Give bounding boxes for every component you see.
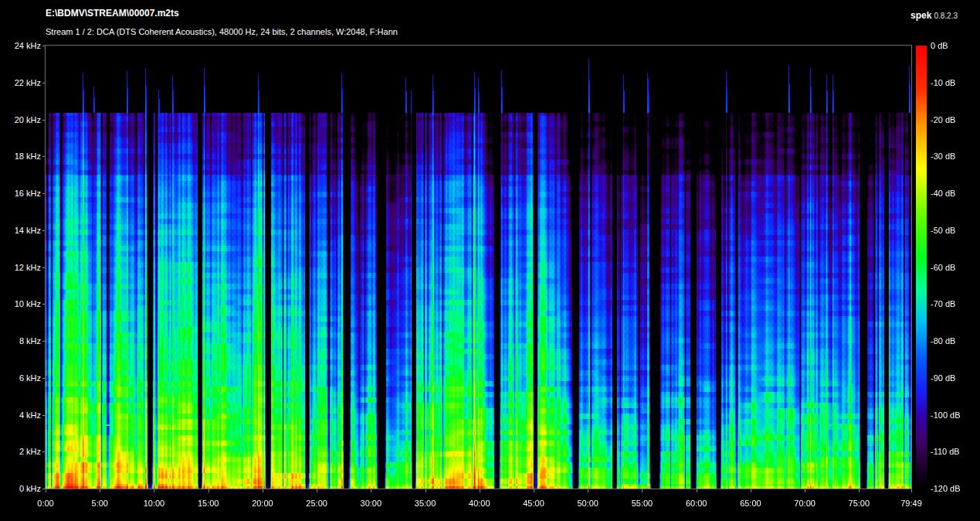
db-scale: 0 dB-10 dB-20 dB-30 dB-40 dB-50 dB-60 dB…	[931, 46, 977, 489]
axis-tick	[480, 489, 480, 492]
db-tick-label: -80 dB	[931, 336, 955, 346]
time-tick-label: 65:00	[740, 499, 761, 508]
freq-tick-label: 24 kHz	[15, 41, 41, 50]
axis-tick	[588, 489, 588, 492]
time-tick-label: 70:00	[794, 499, 816, 508]
time-tick-label: 50:00	[577, 499, 599, 508]
axis-tick	[697, 489, 697, 492]
db-tick-label: -110 dB	[931, 447, 960, 456]
time-tick-label: 75:00	[849, 499, 870, 508]
db-tick-label: -90 dB	[931, 373, 955, 383]
axis-tick	[371, 489, 371, 492]
axis-tick	[154, 489, 154, 492]
stream-info: Stream 1 / 2: DCA (DTS Coherent Acoustic…	[46, 27, 398, 36]
axis-tick	[46, 489, 46, 492]
db-tick-label: 0 dB	[931, 41, 948, 50]
file-path: E:\BDMV\STREAM\00007.m2ts	[46, 8, 179, 19]
freq-tick-label: 2 kHz	[19, 447, 41, 456]
axis-tick	[859, 489, 860, 492]
axis-tick	[263, 489, 263, 492]
spectrogram-plot	[46, 46, 911, 489]
db-tick-label: -120 dB	[931, 484, 961, 493]
time-tick-label: 15:00	[198, 499, 219, 508]
axis-tick	[426, 489, 426, 492]
axis-tick	[751, 489, 751, 492]
axis-tick	[317, 489, 317, 492]
time-axis: 0:005:0010:0015:0020:0025:0030:0035:0040…	[46, 499, 911, 509]
db-tick-label: -70 dB	[931, 299, 955, 308]
spek-window: E:\BDMV\STREAM\00007.m2ts spek0.8.2.3 St…	[0, 0, 980, 521]
freq-tick-label: 6 kHz	[19, 373, 41, 383]
time-tick-label: 5:00	[92, 499, 108, 508]
db-tick-label: -30 dB	[931, 152, 955, 161]
db-tick-label: -40 dB	[931, 189, 955, 198]
db-tick-label: -60 dB	[931, 263, 955, 272]
axis-tick	[805, 489, 805, 492]
axis-tick	[534, 489, 534, 492]
time-tick-label: 55:00	[632, 499, 653, 508]
freq-tick-label: 0 kHz	[19, 484, 41, 493]
time-tick-label: 35:00	[415, 499, 436, 508]
db-tick-label: -20 dB	[931, 115, 955, 124]
freq-tick-label: 14 kHz	[15, 226, 41, 235]
axis-tick	[100, 489, 100, 492]
axis-tick	[911, 489, 912, 492]
spectrogram-canvas	[46, 46, 911, 489]
time-ticks	[46, 489, 911, 493]
time-tick-label: 79:49	[900, 499, 922, 508]
time-tick-label: 0:00	[37, 499, 53, 508]
axis-tick	[209, 489, 209, 492]
freq-tick-label: 10 kHz	[15, 299, 41, 308]
freq-tick-label: 4 kHz	[19, 410, 41, 420]
freq-tick-label: 12 kHz	[15, 263, 41, 272]
time-tick-label: 25:00	[306, 499, 327, 508]
freq-tick-label: 16 kHz	[15, 189, 41, 198]
app-version: 0.8.2.3	[934, 12, 958, 20]
freq-tick-label: 22 kHz	[15, 78, 41, 87]
db-tick-label: -100 dB	[931, 410, 961, 420]
time-tick-label: 10:00	[144, 499, 165, 508]
app-title: spek0.8.2.3	[910, 8, 958, 22]
time-tick-label: 60:00	[686, 499, 707, 508]
db-colorbar	[916, 46, 927, 489]
freq-tick-label: 18 kHz	[15, 152, 41, 161]
time-tick-label: 30:00	[361, 499, 382, 508]
freq-tick-label: 20 kHz	[15, 115, 41, 124]
freq-tick-label: 8 kHz	[19, 336, 41, 346]
time-tick-label: 20:00	[252, 499, 273, 508]
time-tick-label: 45:00	[523, 499, 544, 508]
time-tick-label: 40:00	[469, 499, 490, 508]
db-tick-label: -50 dB	[931, 226, 955, 235]
db-tick-label: -10 dB	[931, 78, 955, 87]
axis-tick	[642, 489, 643, 492]
app-name: spek	[910, 10, 931, 21]
frequency-axis: 24 kHz22 kHz20 kHz18 kHz16 kHz14 kHz12 k…	[0, 46, 41, 489]
colorbar-canvas	[916, 46, 927, 489]
